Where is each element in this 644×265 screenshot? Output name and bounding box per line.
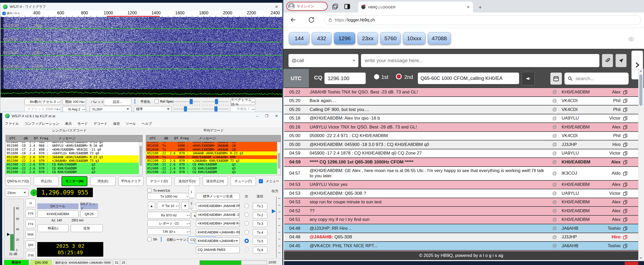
tab-close-icon[interactable]: ✕ bbox=[467, 5, 470, 9]
decode-row[interactable]: 051830 Tx 1000 : <KH0/EA8DBM> JA6AHB -18 bbox=[146, 142, 277, 144]
tx-up-button[interactable]: ▲ bbox=[148, 202, 155, 210]
rx-freq-spinner[interactable]: Rx 970 Hz▲▼ bbox=[147, 212, 190, 219]
band-select[interactable]: 23cm bbox=[5, 189, 28, 197]
decode-row[interactable]: 051500 -19 2.4 968 : UA9YLU <KH0/EA8DBM>… bbox=[6, 144, 139, 148]
chat-row[interactable]: 05:20 Calling DF 900, but lost you.... @… bbox=[284, 105, 638, 114]
smooth-value-spinner[interactable]: 平滑化 7▲▼ bbox=[231, 106, 255, 112]
wsjtx-titlebar[interactable]: WSJT-X v2.6.1 by K1JT et al. – ❒ ✕ bbox=[2, 112, 282, 120]
gain2-slider[interactable] bbox=[173, 105, 200, 112]
tx-even-checkbox[interactable] bbox=[147, 188, 152, 192]
chat-row[interactable]: 05:20 Back again.... @ VK4CDI Phil bbox=[284, 97, 638, 106]
copy-icon[interactable] bbox=[623, 90, 628, 95]
decode-row[interactable]: 052500 -21 2.6 970 : CQ KH0/EA8DBM q3 bbox=[6, 170, 139, 174]
tx-send-button[interactable]: Tx 4 bbox=[253, 229, 267, 236]
scroll-thumb[interactable] bbox=[639, 74, 642, 106]
at-icon[interactable]: @ bbox=[552, 234, 557, 240]
second-period-radio[interactable] bbox=[396, 74, 402, 79]
lookup-button[interactable]: 検索(L) bbox=[38, 224, 69, 232]
tx-select-radio[interactable] bbox=[244, 213, 249, 217]
band-button[interactable]: 432 bbox=[312, 32, 332, 44]
band-button[interactable]: 47088 bbox=[428, 32, 451, 44]
action-button[interactable]: 送信許可(n) bbox=[174, 176, 200, 186]
zero2-slider[interactable] bbox=[202, 105, 228, 112]
copy-icon[interactable] bbox=[623, 107, 628, 112]
generate-messages-button[interactable]: 標準メッセージ生成 bbox=[196, 193, 240, 200]
decode-row[interactable]: 052030 Tx 1000 : <KH0/EA8DBM> JA6AHB -18 bbox=[146, 148, 277, 151]
decode-row[interactable]: 051530 -17 2.2 898 : <KH0/EA8DBM> VK4CDI… bbox=[6, 148, 139, 151]
chat-row[interactable]: 04:52 ?? @ KH0/EA8DBM Alex bbox=[284, 207, 638, 216]
tx-select-radio[interactable] bbox=[244, 248, 249, 252]
tx-send-button[interactable]: Tx 2 bbox=[253, 212, 267, 219]
at-icon[interactable]: @ bbox=[552, 98, 557, 104]
add-button[interactable]: 追加 bbox=[71, 224, 103, 232]
chat-row[interactable]: 04:53 @KH0/EA8DBM: Q65-30B ? @ UA9YLU Vi… bbox=[284, 189, 638, 198]
decode-row[interactable]: 052100 -22 2.6 970 : JA6AHB <KH0/EA8DBM>… bbox=[146, 151, 277, 155]
waterfall-display[interactable]: 05:25:3023cm 05:25:0023cm 05:24:3023cm bbox=[1, 17, 282, 89]
ftol-spinner[interactable]: F Tol 10▲▼ bbox=[157, 202, 179, 210]
mode-button[interactable]: H bbox=[26, 199, 36, 207]
cq-message-input[interactable] bbox=[418, 73, 519, 84]
action-button[interactable]: 消去(E) bbox=[90, 176, 116, 186]
decode-row[interactable]: 052100 -22 2.6 970 : JA6AHB <KH0/EA8DBM>… bbox=[6, 155, 139, 159]
first-period-radio[interactable] bbox=[374, 74, 379, 79]
band-button[interactable]: 10xxx bbox=[403, 32, 425, 44]
workspaces-icon[interactable] bbox=[332, 3, 339, 10]
menu-item[interactable]: ヘルプ bbox=[142, 121, 152, 126]
copy-icon[interactable] bbox=[623, 116, 628, 121]
at-icon[interactable]: @ bbox=[552, 142, 557, 147]
split-spinner[interactable]: スプリット 2500 Hz▲▼ bbox=[25, 106, 61, 112]
reload-icon[interactable] bbox=[308, 16, 315, 23]
wide-graph-titlebar[interactable]: WSJT-X - ワイドグラフ ✕ bbox=[0, 3, 282, 11]
menu-item[interactable]: ファイル bbox=[5, 121, 19, 126]
search-box[interactable]: search... bbox=[564, 73, 629, 85]
mode-button[interactable]: FT8 bbox=[26, 209, 36, 218]
tr-period-spinner[interactable]: T/R 30 s▲▼ bbox=[147, 228, 190, 235]
scroll-down-icon[interactable]: ▼ bbox=[639, 256, 643, 260]
chat-row[interactable]: 04:53 stop run for coupe minute to sun t… bbox=[284, 198, 638, 207]
report-spinner[interactable]: レポート -22▲▼ bbox=[147, 220, 190, 227]
signin-button[interactable]: サインイン bbox=[286, 2, 328, 11]
chat-row[interactable]: 05:00 @KH0/EA8DBM: 045900 -18 3.0 973 : … bbox=[284, 140, 638, 149]
chat-row[interactable]: 04:57 @KH0/EA8DBM: GE Alex , here moon r… bbox=[284, 167, 638, 181]
menu-checkbox[interactable] bbox=[259, 179, 263, 183]
decode-row[interactable]: 052300 -21 2.6 970 : CQ KH0/EA8DBM q3 bbox=[146, 163, 277, 166]
decode-row[interactable]: 052500 -21 2.6 970 : CQ KH0/EA8DBM q3 bbox=[146, 170, 277, 174]
at-icon[interactable]: @ bbox=[552, 133, 557, 139]
at-icon[interactable]: @ bbox=[552, 208, 557, 214]
checkbox-icon[interactable] bbox=[2, 12, 6, 15]
palette-combo[interactable]: YL2KF bbox=[90, 106, 131, 112]
atcall-select[interactable]: @call bbox=[288, 54, 358, 67]
action-button[interactable]: 送信停止(H) bbox=[203, 176, 228, 186]
single-decode-pane[interactable]: 051400 -20 2.3 968 : UA9YLU <KH0/EA8DBM>… bbox=[5, 142, 143, 175]
tx-freq-spinner[interactable]: Tx 1000 Hz▲▼ bbox=[147, 193, 190, 200]
address-bar[interactable]: https:// logger.hb9q.ch bbox=[324, 15, 641, 25]
menu-item[interactable]: ツール bbox=[126, 121, 136, 126]
at-icon[interactable]: @ bbox=[552, 116, 557, 121]
menu-item[interactable]: コンフィグレーション bbox=[25, 121, 59, 126]
menu-item[interactable]: モード bbox=[77, 121, 88, 126]
tx-send-button[interactable]: Tx 5 bbox=[253, 238, 267, 245]
tab-2[interactable]: 2 bbox=[189, 198, 194, 209]
zero-slider[interactable] bbox=[202, 98, 228, 105]
smooth-checkbox[interactable] bbox=[135, 99, 135, 104]
gain-slider[interactable] bbox=[173, 98, 200, 105]
tx-select-radio[interactable] bbox=[244, 230, 249, 234]
browser-tab[interactable]: HB9Q | LOGGER ✕ bbox=[358, 2, 473, 13]
at-icon[interactable]: @ bbox=[552, 151, 557, 156]
copy-icon[interactable] bbox=[623, 151, 628, 156]
at-icon[interactable]: @ bbox=[552, 89, 557, 95]
refspec-checkbox[interactable] bbox=[154, 99, 159, 103]
at-icon[interactable]: @ bbox=[552, 182, 557, 187]
visibility-eye-icon[interactable] bbox=[628, 36, 634, 42]
bins-per-pixel-spinner[interactable]: Bin数/ピクセル 3▲▼ bbox=[25, 99, 61, 105]
tx-message-field[interactable]: <KH0/EA8DBM> JA6AHB -22 bbox=[196, 211, 240, 218]
mode-button[interactable]: JT65 bbox=[26, 251, 36, 260]
tx-message-field[interactable]: KH0/EA8DBM <JA6AHB> RRR bbox=[196, 229, 240, 236]
action-button[interactable]: QSOをログ(Q) bbox=[5, 176, 31, 186]
chat-row[interactable]: 05:18 @KH0/EA8DBM: Alex tnx qso -16 b @ … bbox=[284, 114, 638, 123]
message-input[interactable] bbox=[361, 54, 599, 67]
chat-row[interactable]: 04:48 @JJ3JHP: RR Hiro .. @ JA6AHB Toshi… bbox=[284, 224, 638, 233]
announce-megaphone-icon[interactable] bbox=[522, 72, 535, 85]
copy-icon[interactable] bbox=[623, 243, 628, 249]
split-screen-icon[interactable] bbox=[344, 3, 351, 10]
